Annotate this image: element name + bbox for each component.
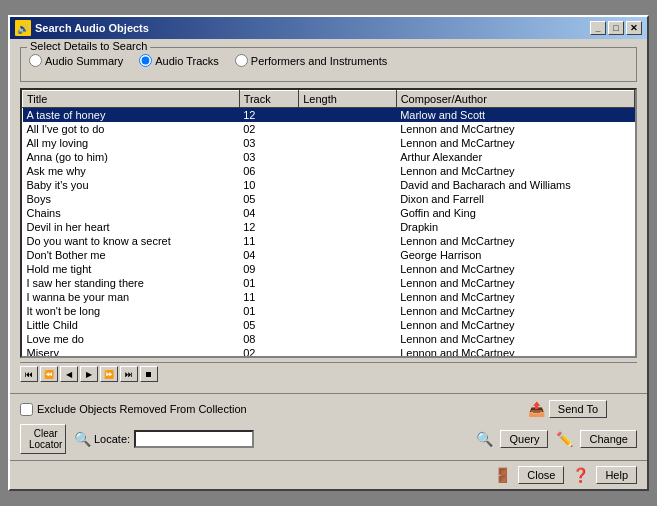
- title-cell: A taste of honey: [23, 108, 240, 123]
- table-row[interactable]: Devil in her heart12Drapkin: [23, 220, 635, 234]
- send-to-area: 📤 Send To: [529, 400, 607, 418]
- title-cell: Anna (go to him): [23, 150, 240, 164]
- send-to-button[interactable]: Send To: [549, 400, 607, 418]
- radio-audio-summary[interactable]: Audio Summary: [29, 54, 123, 67]
- radio-audio-tracks[interactable]: Audio Tracks: [139, 54, 219, 67]
- length-cell: [299, 150, 396, 164]
- title-cell: I saw her standing there: [23, 276, 240, 290]
- search-section-label: Select Details to Search: [27, 40, 150, 52]
- length-cell: [299, 304, 396, 318]
- locate-input[interactable]: [134, 430, 254, 448]
- table-row[interactable]: All I've got to do02Lennon and McCartney: [23, 122, 635, 136]
- track-cell: 04: [239, 206, 299, 220]
- track-cell: 05: [239, 192, 299, 206]
- length-cell: [299, 262, 396, 276]
- radio-audio-tracks-input[interactable]: [139, 54, 152, 67]
- maximize-button[interactable]: □: [608, 21, 624, 35]
- table-row[interactable]: Love me do08Lennon and McCartney: [23, 332, 635, 346]
- col-header-length[interactable]: Length: [299, 91, 396, 108]
- composer-cell: Drapkin: [396, 220, 634, 234]
- radio-performers[interactable]: Performers and Instruments: [235, 54, 387, 67]
- close-window-button[interactable]: ✕: [626, 21, 642, 35]
- length-cell: [299, 346, 396, 358]
- exclude-label: Exclude Objects Removed From Collection: [37, 403, 247, 415]
- track-cell: 02: [239, 122, 299, 136]
- radio-audio-tracks-label: Audio Tracks: [155, 55, 219, 67]
- table-row[interactable]: Hold me tight09Lennon and McCartney: [23, 262, 635, 276]
- track-cell: 10: [239, 178, 299, 192]
- transport-last-button[interactable]: ⏭: [120, 366, 138, 382]
- table-row[interactable]: Misery02Lennon and McCartney: [23, 346, 635, 358]
- radio-performers-input[interactable]: [235, 54, 248, 67]
- col-header-composer[interactable]: Composer/Author: [396, 91, 634, 108]
- table-row[interactable]: It won't be long01Lennon and McCartney: [23, 304, 635, 318]
- length-cell: [299, 206, 396, 220]
- col-header-track[interactable]: Track: [239, 91, 299, 108]
- radio-audio-summary-input[interactable]: [29, 54, 42, 67]
- title-cell: Chains: [23, 206, 240, 220]
- length-cell: [299, 192, 396, 206]
- query-button[interactable]: Query: [500, 430, 548, 448]
- help-button[interactable]: Help: [596, 466, 637, 484]
- table-row[interactable]: Do you want to know a secret11Lennon and…: [23, 234, 635, 248]
- footer: 🚪 Close ❓ Help: [10, 460, 647, 489]
- track-cell: 12: [239, 220, 299, 234]
- length-cell: [299, 220, 396, 234]
- composer-cell: Arthur Alexander: [396, 150, 634, 164]
- send-to-label: Send To: [558, 403, 598, 415]
- transport-prev-button[interactable]: ◀: [60, 366, 78, 382]
- track-cell: 01: [239, 304, 299, 318]
- table-row[interactable]: I wanna be your man11Lennon and McCartne…: [23, 290, 635, 304]
- table-row[interactable]: Don't Bother me04George Harrison: [23, 248, 635, 262]
- table-body: A taste of honey12Marlow and ScottAll I'…: [23, 108, 635, 359]
- composer-cell: Goffin and King: [396, 206, 634, 220]
- track-cell: 08: [239, 332, 299, 346]
- window-title: Search Audio Objects: [35, 22, 149, 34]
- table-row[interactable]: Chains04Goffin and King: [23, 206, 635, 220]
- composer-cell: Lennon and McCartney: [396, 276, 634, 290]
- table-row[interactable]: All my loving03Lennon and McCartney: [23, 136, 635, 150]
- composer-cell: Lennon and McCartney: [396, 262, 634, 276]
- change-icon: ✏️: [556, 431, 572, 447]
- title-bar: 🔊 Search Audio Objects _ □ ✕: [10, 17, 647, 39]
- bottom-row1: Exclude Objects Removed From Collection …: [20, 400, 637, 418]
- exclude-checkbox-label[interactable]: Exclude Objects Removed From Collection: [20, 403, 247, 416]
- transport-first-button[interactable]: ⏮: [20, 366, 38, 382]
- title-cell: Do you want to know a secret: [23, 234, 240, 248]
- track-cell: 06: [239, 164, 299, 178]
- exclude-checkbox[interactable]: [20, 403, 33, 416]
- table-row[interactable]: Ask me why06Lennon and McCartney: [23, 164, 635, 178]
- track-cell: 02: [239, 346, 299, 358]
- title-cell: Devil in her heart: [23, 220, 240, 234]
- col-header-title[interactable]: Title: [23, 91, 240, 108]
- table-row[interactable]: Boys05Dixon and Farrell: [23, 192, 635, 206]
- transport-next-button[interactable]: ▶: [80, 366, 98, 382]
- table-row[interactable]: A taste of honey12Marlow and Scott: [23, 108, 635, 123]
- length-cell: [299, 122, 396, 136]
- title-cell: Ask me why: [23, 164, 240, 178]
- help-icon: ❓: [572, 467, 588, 483]
- clear-locator-button[interactable]: ClearLocator: [20, 424, 66, 454]
- bottom-row2: ClearLocator 🔍 Locate: 🔍 Query ✏️ Change: [20, 424, 637, 454]
- title-cell: All my loving: [23, 136, 240, 150]
- change-button[interactable]: Change: [580, 430, 637, 448]
- minimize-button[interactable]: _: [590, 21, 606, 35]
- close-button[interactable]: Close: [518, 466, 564, 484]
- composer-cell: Lennon and McCartney: [396, 164, 634, 178]
- title-cell: Little Child: [23, 318, 240, 332]
- table-row[interactable]: Little Child05Lennon and McCartney: [23, 318, 635, 332]
- clear-locator-area: ClearLocator: [20, 424, 66, 454]
- help-label: Help: [605, 469, 628, 481]
- title-cell: It won't be long: [23, 304, 240, 318]
- track-cell: 03: [239, 136, 299, 150]
- transport-prev-fast-button[interactable]: ⏪: [40, 366, 58, 382]
- track-cell: 04: [239, 248, 299, 262]
- radio-audio-summary-label: Audio Summary: [45, 55, 123, 67]
- table-row[interactable]: Anna (go to him)03Arthur Alexander: [23, 150, 635, 164]
- table-row[interactable]: Baby it's you10David and Bacharach and W…: [23, 178, 635, 192]
- transport-stop-button[interactable]: ⏹: [140, 366, 158, 382]
- length-cell: [299, 178, 396, 192]
- results-table-container[interactable]: Title Track Length Composer/Author A tas…: [20, 88, 637, 358]
- table-row[interactable]: I saw her standing there01Lennon and McC…: [23, 276, 635, 290]
- transport-next-fast-button[interactable]: ⏩: [100, 366, 118, 382]
